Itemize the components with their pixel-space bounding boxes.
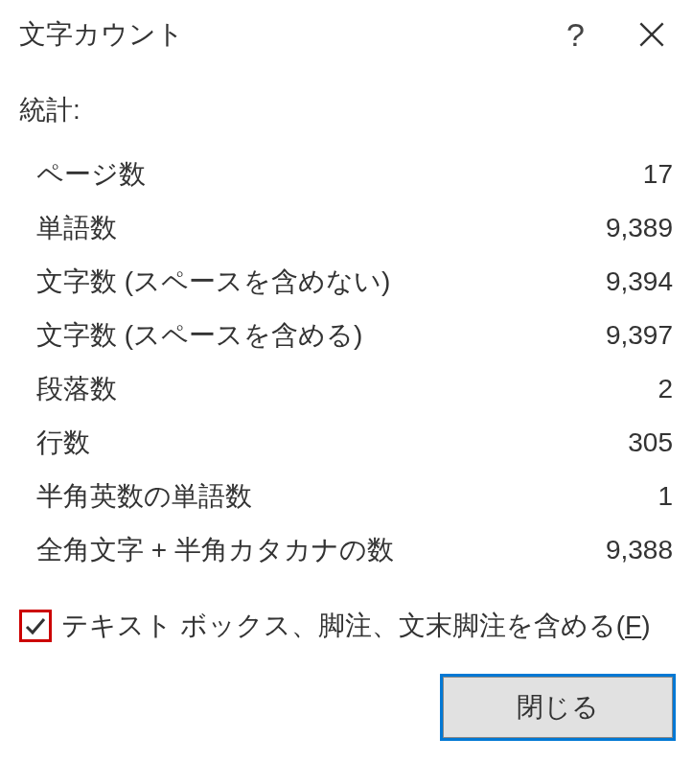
stat-label: 半角英数の単語数 — [36, 478, 558, 515]
stat-label: 文字数 (スペースを含める) — [36, 317, 558, 354]
stat-value: 17 — [558, 159, 673, 190]
titlebar-buttons: ? — [566, 13, 673, 56]
stat-value: 305 — [558, 427, 673, 458]
help-icon[interactable]: ? — [566, 16, 585, 54]
stat-row-chars-no-space: 文字数 (スペースを含めない) 9,394 — [36, 255, 673, 309]
stat-row-paragraphs: 段落数 2 — [36, 362, 673, 416]
x-icon — [638, 21, 665, 48]
stat-row-full-width-chars: 全角文字 + 半角カタカナの数 9,388 — [36, 523, 673, 577]
close-button[interactable]: 閉じる — [443, 677, 673, 738]
button-row: 閉じる — [19, 677, 673, 738]
stat-label: 文字数 (スペースを含めない) — [36, 264, 558, 300]
stat-value: 9,394 — [558, 266, 673, 297]
stat-value: 9,397 — [558, 320, 673, 351]
stat-label: 段落数 — [36, 371, 558, 407]
include-footnotes-label: テキスト ボックス、脚注、文末脚注を含める(F) — [61, 608, 651, 644]
close-icon[interactable] — [631, 13, 673, 56]
dialog-title: 文字カウント — [19, 16, 184, 53]
stat-row-pages: ページ数 17 — [36, 148, 673, 201]
stat-value: 9,389 — [558, 213, 673, 243]
include-footnotes-row: テキスト ボックス、脚注、文末脚注を含める(F) — [19, 608, 673, 644]
check-icon — [24, 614, 47, 637]
stat-row-lines: 行数 305 — [36, 416, 673, 470]
stat-row-half-width-words: 半角英数の単語数 1 — [36, 470, 673, 523]
stat-label: ページ数 — [36, 156, 558, 193]
stat-list: ページ数 17 単語数 9,389 文字数 (スペースを含めない) 9,394 … — [19, 148, 673, 577]
include-footnotes-checkbox[interactable] — [19, 610, 52, 642]
stat-label: 単語数 — [36, 210, 558, 246]
word-count-dialog: 文字カウント ? 統計: ページ数 17 単語数 9,389 文字数 (スペ — [0, 0, 692, 784]
titlebar: 文字カウント ? — [19, 0, 673, 69]
stat-value: 9,388 — [558, 535, 673, 565]
section-label: 統計: — [19, 92, 673, 128]
content: 統計: ページ数 17 単語数 9,389 文字数 (スペースを含めない) 9,… — [19, 69, 673, 765]
stat-label: 行数 — [36, 425, 558, 461]
stat-row-words: 単語数 9,389 — [36, 201, 673, 255]
stat-value: 2 — [558, 374, 673, 404]
stat-row-chars-with-space: 文字数 (スペースを含める) 9,397 — [36, 309, 673, 362]
stat-value: 1 — [558, 481, 673, 512]
stat-label: 全角文字 + 半角カタカナの数 — [36, 532, 558, 568]
